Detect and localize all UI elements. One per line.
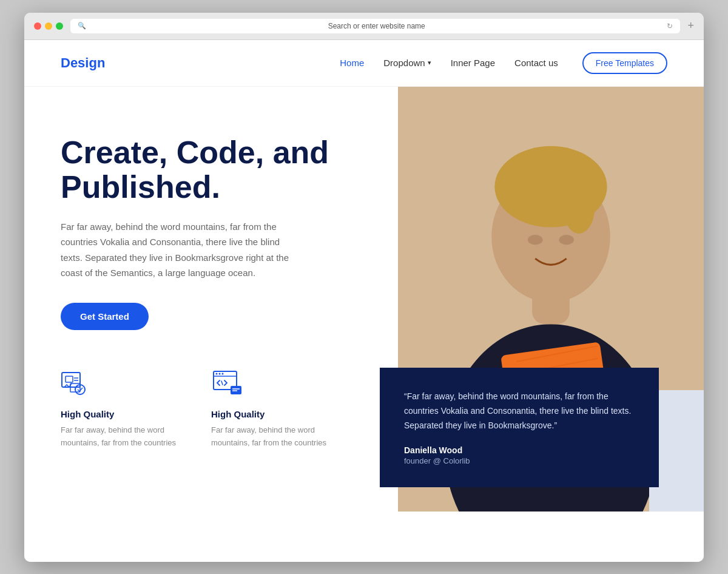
- website-content: Design Home Dropdown Inner Page Contact …: [24, 40, 704, 562]
- feature-title-1: High Quality: [61, 409, 182, 419]
- svg-point-10: [222, 373, 224, 374]
- browser-dots: [34, 22, 63, 30]
- navbar: Design Home Dropdown Inner Page Contact …: [24, 40, 704, 87]
- get-started-button[interactable]: Get Started: [61, 303, 149, 330]
- testimonial-card: “Far far away, behind the word mountains…: [380, 368, 659, 487]
- feature-item-1: High Quality Far far away, behind the wo…: [61, 366, 182, 450]
- free-templates-button[interactable]: Free Templates: [582, 52, 667, 74]
- browser-toolbar: 🔍 Search or enter website name ↻ +: [24, 13, 704, 40]
- svg-line-11: [221, 381, 223, 385]
- svg-point-20: [564, 183, 595, 233]
- svg-point-8: [216, 373, 218, 374]
- testimonial-author: Daniella Wood: [404, 445, 635, 455]
- nav-item-contact[interactable]: Contact us: [514, 58, 558, 69]
- testimonial-role: founder @ Colorlib: [404, 456, 635, 465]
- svg-point-21: [528, 234, 543, 244]
- refresh-icon: ↻: [667, 22, 673, 30]
- feature-desc-2: Far far away, behind the word mountains,…: [211, 424, 332, 450]
- svg-rect-12: [231, 386, 241, 394]
- hero-image-area: “Far far away, behind the word mountains…: [398, 87, 704, 512]
- code-icon: [211, 366, 245, 400]
- address-bar[interactable]: 🔍 Search or enter website name ↻: [70, 19, 680, 33]
- hero-title: Create, Code, and Published.: [61, 135, 362, 204]
- nav-item-dropdown[interactable]: Dropdown: [383, 58, 431, 68]
- new-tab-button[interactable]: +: [687, 19, 694, 32]
- features-section: High Quality Far far away, behind the wo…: [61, 366, 362, 450]
- nav-link-home[interactable]: Home: [340, 58, 364, 68]
- nav-logo[interactable]: Design: [61, 55, 105, 71]
- feature-title-2: High Quality: [211, 409, 332, 419]
- testimonial-quote: “Far far away, behind the word mountains…: [404, 390, 635, 433]
- nav-link-dropdown[interactable]: Dropdown: [383, 58, 431, 68]
- browser-window: 🔍 Search or enter website name ↻ + Desig…: [24, 13, 704, 562]
- nav-link-contact[interactable]: Contact us: [514, 58, 558, 68]
- hero-content: Create, Code, and Published. Far far awa…: [24, 87, 398, 512]
- search-icon: 🔍: [78, 22, 86, 30]
- hero-section: Create, Code, and Published. Far far awa…: [24, 87, 704, 512]
- feature-desc-1: Far far away, behind the word mountains,…: [61, 424, 182, 450]
- svg-rect-1: [66, 376, 73, 382]
- hero-description: Far far away, behind the word mountains,…: [61, 219, 303, 281]
- nav-links: Home Dropdown Inner Page Contact us: [340, 58, 558, 69]
- svg-point-22: [559, 234, 574, 244]
- minimize-dot[interactable]: [45, 22, 52, 30]
- maximize-dot[interactable]: [56, 22, 63, 30]
- design-icon: [61, 366, 95, 400]
- address-text: Search or enter website name: [91, 22, 662, 30]
- close-dot[interactable]: [34, 22, 41, 30]
- nav-link-innerpage[interactable]: Inner Page: [451, 58, 495, 68]
- svg-point-9: [219, 373, 221, 374]
- feature-item-2: High Quality Far far away, behind the wo…: [211, 366, 332, 450]
- nav-item-home[interactable]: Home: [340, 58, 364, 69]
- nav-item-innerpage[interactable]: Inner Page: [451, 58, 495, 69]
